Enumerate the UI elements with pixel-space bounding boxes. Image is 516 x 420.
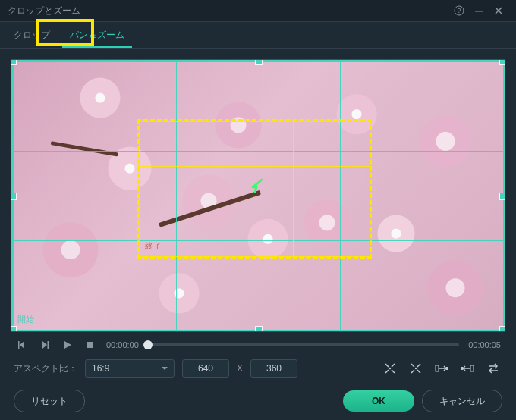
tab-pan-zoom[interactable]: パン＆ズーム	[62, 24, 132, 48]
svg-rect-5	[87, 342, 93, 348]
stop-icon	[86, 340, 95, 349]
help-button[interactable]: ?	[449, 1, 469, 20]
prev-frame-icon	[17, 340, 27, 349]
time-slider[interactable]	[148, 343, 459, 346]
swap-icon	[486, 363, 500, 374]
next-frame-icon	[40, 340, 49, 349]
play-icon	[63, 340, 72, 349]
time-duration: 00:00:05	[468, 340, 501, 349]
title-bar: クロップとズーム ?	[0, 0, 516, 22]
svg-rect-2	[475, 11, 483, 12]
svg-rect-3	[18, 341, 20, 349]
window-title: クロップとズーム	[8, 5, 80, 17]
minimize-icon	[474, 6, 483, 15]
preset-pan-left-button[interactable]	[458, 359, 477, 378]
pan-right-icon	[435, 363, 448, 374]
svg-rect-8	[436, 365, 439, 371]
width-input[interactable]: 640	[182, 359, 229, 378]
preview-image	[11, 60, 505, 331]
tabs: クロップ パン＆ズーム	[0, 22, 516, 49]
aspect-select[interactable]: 16:9	[85, 359, 175, 378]
preview-canvas[interactable]: 開始 終了	[11, 59, 505, 332]
help-icon: ?	[454, 5, 464, 16]
zoom-in-preset-icon	[384, 362, 396, 375]
minimize-button[interactable]	[469, 1, 489, 20]
preset-zoom-in-button[interactable]	[381, 359, 399, 378]
aspect-label: アスペクト比：	[14, 362, 77, 375]
height-input[interactable]: 360	[250, 359, 297, 378]
tab-crop[interactable]: クロップ	[6, 24, 58, 48]
svg-point-7	[415, 368, 417, 369]
height-value: 360	[266, 363, 282, 374]
prev-frame-button[interactable]	[15, 338, 29, 352]
play-button[interactable]	[61, 338, 74, 352]
svg-rect-9	[446, 367, 448, 370]
cancel-button[interactable]: キャンセル	[422, 390, 502, 412]
zoom-out-preset-icon	[410, 362, 422, 375]
close-icon	[494, 6, 503, 15]
swap-start-end-button[interactable]	[484, 359, 502, 378]
next-frame-button[interactable]	[38, 338, 52, 352]
svg-rect-11	[461, 367, 463, 370]
close-button[interactable]	[489, 1, 508, 20]
dialog-button-row: リセット OK キャンセル	[0, 381, 516, 412]
time-current: 00:00:00	[106, 340, 139, 349]
stop-button[interactable]	[83, 338, 97, 352]
preset-zoom-out-button[interactable]	[407, 359, 425, 378]
reset-button[interactable]: リセット	[14, 390, 85, 412]
aspect-row: アスペクト比： 16:9 640 X 360	[0, 353, 516, 381]
width-value: 640	[198, 363, 213, 374]
aspect-select-value: 16:9	[92, 363, 109, 374]
preset-pan-right-button[interactable]	[433, 359, 451, 378]
dimension-separator: X	[237, 363, 243, 374]
svg-rect-4	[48, 341, 49, 349]
svg-text:?: ?	[457, 7, 461, 14]
slider-thumb[interactable]	[143, 340, 153, 349]
playback-bar: 00:00:00 00:00:05	[0, 335, 516, 353]
pan-left-icon	[461, 363, 474, 374]
ok-button[interactable]: OK	[343, 390, 414, 412]
svg-point-6	[389, 368, 391, 369]
svg-rect-10	[470, 365, 474, 371]
